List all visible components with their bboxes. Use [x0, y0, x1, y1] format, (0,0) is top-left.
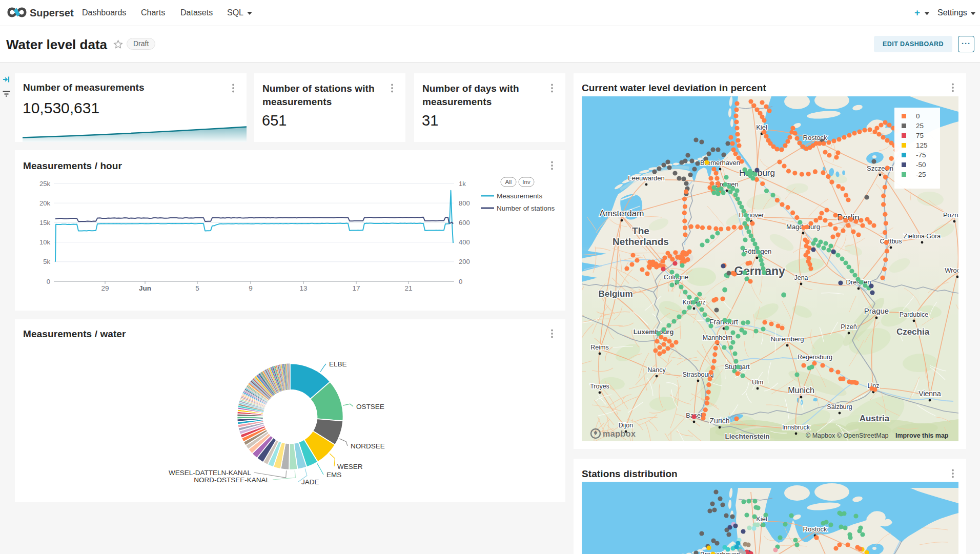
svg-text:Dijon: Dijon — [619, 422, 634, 429]
svg-text:800: 800 — [459, 199, 470, 207]
svg-text:The: The — [632, 225, 649, 236]
svg-text:29: 29 — [101, 284, 109, 292]
svg-text:Salzburg: Salzburg — [827, 403, 852, 411]
svg-text:-50: -50 — [916, 161, 926, 169]
svg-text:NORD-OSTSEE-KANAL: NORD-OSTSEE-KANAL — [194, 476, 270, 484]
svg-text:Regensburg: Regensburg — [798, 354, 832, 361]
svg-text:Cottbus: Cottbus — [880, 238, 902, 245]
svg-text:Nancy: Nancy — [647, 366, 666, 374]
svg-text:15k: 15k — [39, 219, 50, 227]
svg-text:125: 125 — [916, 141, 928, 149]
svg-text:Plzeň: Plzeň — [841, 323, 856, 331]
svg-text:Luxembourg: Luxembourg — [634, 328, 674, 336]
svg-text:Amsterdam: Amsterdam — [600, 209, 644, 218]
svg-text:WESER: WESER — [337, 463, 363, 470]
svg-text:Kiel: Kiel — [756, 124, 767, 131]
svg-text:400: 400 — [459, 238, 470, 246]
svg-text:Wrocław: Wrocław — [945, 266, 958, 274]
svg-text:Pardubice: Pardubice — [900, 311, 928, 318]
svg-text:Jena: Jena — [794, 274, 808, 281]
svg-text:Leeuwarden: Leeuwarden — [628, 174, 665, 182]
svg-text:Munich: Munich — [788, 386, 814, 395]
svg-text:21: 21 — [404, 284, 412, 292]
svg-text:Germany: Germany — [734, 264, 785, 278]
svg-text:200: 200 — [459, 258, 470, 265]
svg-text:-25: -25 — [916, 171, 926, 178]
svg-text:Czechia: Czechia — [896, 327, 930, 337]
svg-text:75: 75 — [916, 132, 924, 139]
svg-text:1k: 1k — [459, 180, 466, 188]
svg-text:Poznań: Poznań — [943, 211, 958, 219]
svg-text:EMS: EMS — [326, 471, 341, 479]
svg-text:Bremerhaven: Bremerhaven — [700, 550, 740, 554]
svg-text:Netherlands: Netherlands — [612, 236, 669, 247]
svg-text:9: 9 — [249, 284, 253, 292]
svg-text:Nuremberg: Nuremberg — [770, 335, 804, 343]
svg-text:All: All — [505, 179, 512, 185]
svg-text:25k: 25k — [39, 180, 50, 188]
svg-text:Zielona Góra: Zielona Góra — [904, 233, 941, 240]
svg-text:Innsbruck: Innsbruck — [782, 424, 810, 431]
svg-text:Troyes: Troyes — [590, 383, 609, 390]
svg-text:Liechtenstein: Liechtenstein — [725, 433, 769, 440]
svg-text:Austria: Austria — [860, 414, 890, 423]
svg-text:0: 0 — [916, 112, 920, 120]
svg-text:Zurich: Zurich — [710, 417, 730, 425]
svg-text:Prague: Prague — [864, 306, 889, 315]
svg-text:NORDSEE: NORDSEE — [351, 442, 385, 450]
svg-text:10k: 10k — [39, 238, 50, 246]
svg-text:Vienna: Vienna — [918, 389, 941, 398]
svg-text:Jun: Jun — [139, 284, 151, 292]
svg-text:5k: 5k — [43, 258, 50, 265]
svg-text:0: 0 — [459, 278, 462, 285]
svg-text:600: 600 — [459, 219, 470, 227]
svg-text:Belgium: Belgium — [598, 289, 632, 299]
svg-text:20k: 20k — [39, 199, 50, 207]
svg-text:Inv: Inv — [522, 179, 530, 185]
svg-text:OSTSEE: OSTSEE — [356, 403, 384, 411]
svg-text:Improve this map: Improve this map — [895, 432, 949, 439]
svg-text:WESEL-DATTELN-KANAL: WESEL-DATTELN-KANAL — [169, 469, 252, 477]
svg-text:Ulm: Ulm — [752, 379, 763, 386]
svg-text:© Mapbox © OpenStreetMap: © Mapbox © OpenStreetMap — [806, 432, 889, 439]
svg-text:mapbox: mapbox — [603, 429, 636, 438]
svg-text:Rostock: Rostock — [803, 525, 827, 533]
svg-text:0: 0 — [47, 278, 50, 285]
svg-text:-75: -75 — [916, 151, 926, 159]
svg-text:17: 17 — [352, 284, 360, 292]
svg-text:5: 5 — [195, 284, 199, 292]
svg-text:Measurements: Measurements — [497, 192, 543, 200]
svg-text:JADE: JADE — [301, 478, 319, 486]
svg-text:13: 13 — [299, 284, 307, 292]
svg-text:Reims: Reims — [590, 344, 608, 351]
svg-text:ELBE: ELBE — [329, 360, 347, 368]
svg-text:Number of stations: Number of stations — [497, 204, 555, 212]
svg-text:25: 25 — [916, 122, 924, 130]
